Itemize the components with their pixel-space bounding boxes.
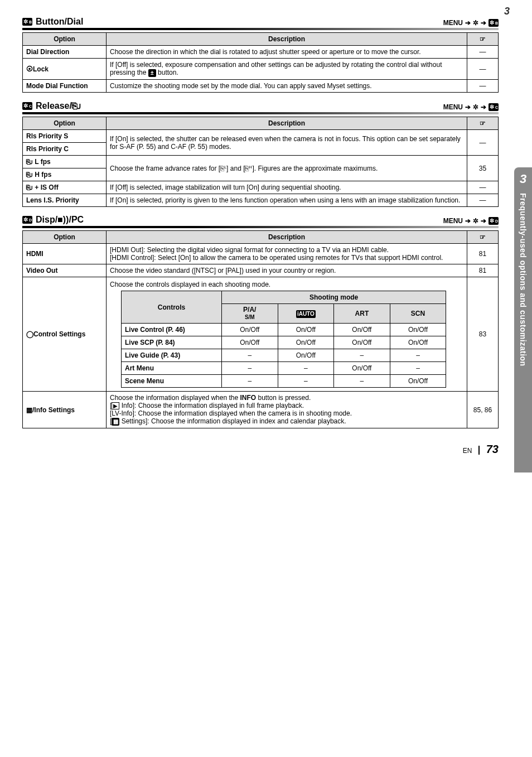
side-tab: 3 Frequently-used options and customizat… [514, 167, 532, 472]
page-footer: EN 73 [22, 443, 499, 456]
cell: On/Off [334, 362, 390, 375]
desc-dial-direction: Choose the direction in which the dial i… [107, 46, 467, 59]
cell: On/Off [390, 375, 446, 388]
col-option: Option [23, 33, 107, 46]
table-row: ▦/Info Settings Choose the information d… [23, 392, 499, 428]
cell: – [278, 375, 334, 388]
section-title-text: Disp/■))/PC [36, 215, 84, 225]
cell: On/Off [390, 324, 446, 336]
desc-rls: If [On] is selected, the shutter can be … [107, 130, 467, 156]
opt-video-out: Video Out [23, 264, 107, 277]
table-row: Rls Priority S If [On] is selected, the … [23, 130, 499, 143]
col-description: Description [107, 117, 467, 130]
section-header-release: ✲C Release/⎘ᴊ MENU ➔✲ ➔ ✲C [22, 100, 499, 111]
desc-video-out: Choose the video standard ([NTSC] or [PA… [107, 264, 467, 277]
footer-page-number: 73 [486, 443, 499, 456]
cell: – [278, 362, 334, 375]
opt-rls-s: Rls Priority S [23, 130, 107, 143]
desc-isoff: If [Off] is selected, image stabilizatio… [107, 181, 467, 194]
section-header-disp: ✲D Disp/■))/PC MENU ➔✲ ➔ ✲D [22, 215, 499, 225]
page-number-top: 3 [504, 6, 510, 17]
cell: – [222, 362, 278, 375]
cell: – [334, 375, 390, 388]
opt-lfps: ⎘ᴊ L fps [23, 156, 107, 168]
cell: On/Off [278, 336, 334, 349]
ref-lock: — [467, 59, 499, 80]
desc-mode-dial: Customize the shooting mode set by the m… [107, 80, 467, 93]
desc-lock: If [Off] is selected, exposure compensat… [107, 59, 467, 80]
table-row: Scene Menu – – – On/Off [122, 375, 446, 388]
cell: On/Off [334, 336, 390, 349]
cell: On/Off [278, 324, 334, 336]
ctrl-live-control: Live Control (P. 46) [122, 324, 222, 336]
footer-lang: EN [463, 447, 472, 455]
mode-art: ART [334, 304, 390, 324]
menu-path-disp: MENU ➔✲ ➔ ✲D [443, 217, 499, 225]
section-header-button-dial: ✲B Button/Dial MENU ➔✲ ➔ ✲B [22, 17, 499, 27]
opt-control-settings: ◯Control Settings [23, 277, 107, 392]
table-row: Mode Dial Function Customize the shootin… [23, 80, 499, 93]
cell: – [222, 349, 278, 362]
opt-info-settings: ▦/Info Settings [23, 392, 107, 428]
menu-b-icon: ✲B [489, 19, 499, 27]
index-icon: ▦ [112, 418, 119, 426]
ctrl-art-menu: Art Menu [122, 362, 222, 375]
menu-c-icon: ✲C [489, 103, 499, 111]
ref-control-settings: 83 [467, 277, 499, 392]
section-title-text: Release/⎘ᴊ [36, 100, 81, 111]
cell: On/Off [222, 336, 278, 349]
col-shooting-mode: Shooting mode [222, 291, 446, 304]
ctrl-live-scp: Live SCP (P. 84) [122, 336, 222, 349]
opt-hfps: ⎘ᴊ H fps [23, 168, 107, 181]
desc-fps: Choose the frame advance rates for [⎘ᴸ] … [107, 156, 467, 181]
opt-dial-direction: Dial Direction [23, 46, 107, 59]
col-controls: Controls [122, 291, 222, 324]
opt-hdmi: HDMI [23, 244, 107, 264]
table-header-row: Option Description ☞ [23, 33, 499, 46]
cell: On/Off [222, 324, 278, 336]
table-disp: Option Description ☞ HDMI [HDMI Out]: Se… [22, 230, 499, 428]
table-row: Live Control (P. 46) On/Off On/Off On/Of… [122, 324, 446, 336]
opt-isoff: ⎘ᴊ + IS Off [23, 181, 107, 194]
col-reference-icon: ☞ [467, 117, 499, 130]
table-header-row: Option Description ☞ [23, 231, 499, 244]
table-row: Lens I.S. Priority If [On] is selected, … [23, 194, 499, 207]
table-row: Art Menu – – On/Off – [122, 362, 446, 375]
exposure-comp-icon: ± [148, 69, 156, 77]
table-row: HDMI [HDMI Out]: Selecting the digital v… [23, 244, 499, 264]
opt-lens-is: Lens I.S. Priority [23, 194, 107, 207]
cell: – [334, 349, 390, 362]
tab-b-icon: ✲B [22, 18, 32, 26]
opt-mode-dial: Mode Dial Function [23, 80, 107, 93]
table-header-row: Option Description ☞ [23, 117, 499, 130]
col-reference-icon: ☞ [467, 231, 499, 244]
desc-control-settings: Choose the controls displayed in each sh… [107, 277, 467, 392]
side-tab-text: Frequently-used options and customizatio… [519, 193, 528, 367]
table-button-dial: Option Description ☞ Dial Direction Choo… [22, 32, 499, 93]
table-row: Live SCP (P. 84) On/Off On/Off On/Off On… [122, 336, 446, 349]
cell: On/Off [390, 336, 446, 349]
cell: – [222, 375, 278, 388]
shooting-mode-table: Controls Shooting mode P/A/S/M iAUTO ART… [121, 291, 446, 388]
opt-lock: ⦿Lock [23, 59, 107, 80]
ref-mode-dial: — [467, 80, 499, 93]
menu-path-release: MENU ➔✲ ➔ ✲C [443, 103, 499, 111]
cell: – [390, 349, 446, 362]
seq-h-icon: ⎘ᴴ [245, 165, 252, 172]
ref-hdmi: 81 [467, 244, 499, 264]
mode-iauto: iAUTO [278, 304, 334, 324]
tab-c-icon: ✲C [22, 102, 32, 110]
table-row: ⦿Lock If [Off] is selected, exposure com… [23, 59, 499, 80]
play-icon: ▶ [112, 402, 119, 409]
seq-l-icon: ⎘ᴸ [220, 165, 226, 172]
ref-info-settings: 85, 86 [467, 392, 499, 428]
ctrl-scene-menu: Scene Menu [122, 375, 222, 388]
col-reference-icon: ☞ [467, 33, 499, 46]
table-row: ⎘ᴊ L fps Choose the frame advance rates … [23, 156, 499, 168]
table-release: Option Description ☞ Rls Priority S If [… [22, 117, 499, 207]
col-option: Option [23, 231, 107, 244]
desc-info-settings: Choose the information displayed when th… [107, 392, 467, 428]
mode-pa-sm: P/A/S/M [222, 304, 278, 324]
col-description: Description [107, 33, 467, 46]
cell: – [390, 362, 446, 375]
